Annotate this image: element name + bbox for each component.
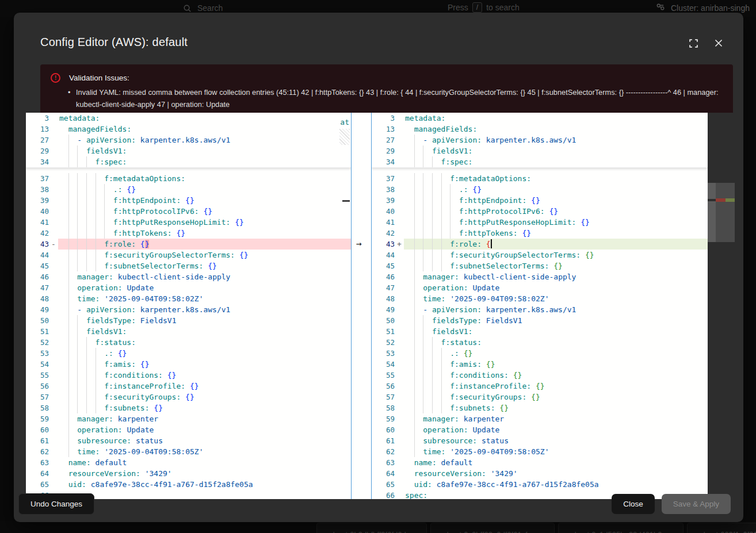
config-editor-modal: Config Editor (AWS): default ! Validatio… (14, 13, 743, 522)
fullscreen-button[interactable] (686, 36, 701, 51)
code-line[interactable]: 53.: {} (26, 348, 351, 359)
code-line[interactable]: 48time: '2025-09-04T09:58:02Z' (372, 293, 708, 304)
sticky-scroll-right[interactable]: 3metadata:13managedFields:27- apiVersion… (372, 113, 708, 168)
code-line[interactable]: 58f:subnets: {} (26, 402, 351, 413)
code-line[interactable]: 39f:httpEndpoint: {} (26, 195, 351, 206)
code-line[interactable]: 61subresource: status (372, 435, 708, 446)
code-line[interactable]: 59manager: karpenter (372, 413, 708, 424)
yaml-diff-editor: 3metadata:13managedFields:27- apiVersion… (26, 113, 735, 499)
code-line[interactable]: 42f:httpTokens: {} (26, 228, 351, 239)
collapsed-region-hatch[interactable] (339, 129, 350, 145)
error-icon: ! (51, 73, 60, 83)
code-line[interactable]: 41f:httpPutResponseHopLimit: {} (372, 217, 708, 228)
code-line[interactable]: 43-f:role: {} (26, 239, 351, 250)
overview-added-marker (726, 198, 735, 202)
code-line[interactable]: 40f:httpProtocolIPv6: {} (372, 206, 708, 217)
code-line[interactable]: 46manager: kubectl-client-side-apply (26, 271, 351, 282)
validation-banner: ! Validation Issues: • Invalid YAML: mis… (40, 64, 733, 117)
code-line[interactable]: 39f:httpEndpoint: {} (372, 195, 708, 206)
scrollbar-thumb[interactable] (708, 183, 716, 242)
code-line[interactable]: 43+f:role: { (372, 239, 708, 250)
overview-viewport-box[interactable] (716, 183, 735, 242)
overview-cursor-marker (342, 200, 350, 202)
modified-code[interactable]: 37f:metadataOptions:38.: {}39f:httpEndpo… (372, 173, 708, 499)
code-line[interactable]: 34f:spec: (26, 156, 351, 167)
code-line[interactable]: 13managedFields: (372, 124, 708, 135)
code-line[interactable]: 60operation: Update (372, 424, 708, 435)
code-line[interactable]: 37f:metadataOptions: (26, 173, 351, 184)
code-line[interactable]: 62time: '2025-09-04T09:58:05Z' (372, 446, 708, 457)
code-line[interactable]: 3metadata: (26, 113, 351, 124)
code-line[interactable]: 37f:metadataOptions: (372, 173, 708, 184)
code-line[interactable]: 45f:subnetSelectorTerms: {} (26, 260, 351, 271)
code-line[interactable]: 34f:spec: (372, 156, 708, 167)
code-line[interactable]: 38.: {} (26, 184, 351, 195)
code-line[interactable]: 59manager: karpenter (26, 413, 351, 424)
code-line[interactable]: 41f:httpPutResponseHopLimit: {} (26, 217, 351, 228)
code-line[interactable]: 64resourceVersion: '3429' (372, 468, 708, 479)
modal-title: Config Editor (AWS): default (40, 36, 188, 49)
code-line[interactable]: 47operation: Update (26, 282, 351, 293)
undo-changes-button[interactable]: Undo Changes (18, 493, 94, 515)
code-line[interactable]: 53.: {} (372, 348, 708, 359)
code-line[interactable]: 52f:status: (372, 337, 708, 348)
diff-modified-pane[interactable]: 3metadata:13managedFields:27- apiVersion… (372, 113, 708, 499)
original-code[interactable]: 37f:metadataOptions:38.: {}39f:httpEndpo… (26, 173, 351, 499)
code-line[interactable]: 61subresource: status (26, 435, 351, 446)
bullet-icon: • (68, 86, 70, 98)
diff-original-pane[interactable]: 3metadata:13managedFields:27- apiVersion… (26, 113, 351, 499)
code-line[interactable]: 60operation: Update (26, 424, 351, 435)
close-icon[interactable] (711, 36, 726, 51)
code-line[interactable]: 49- apiVersion: karpenter.k8s.aws/v1 (26, 304, 351, 315)
code-line[interactable]: 49- apiVersion: karpenter.k8s.aws/v1 (372, 304, 708, 315)
code-line[interactable]: 40f:httpProtocolIPv6: {} (26, 206, 351, 217)
code-line[interactable]: 55f:conditions: {} (372, 370, 708, 381)
code-line[interactable]: 27- apiVersion: karpenter.k8s.aws/v1 (372, 135, 708, 145)
code-line[interactable]: 38.: {} (372, 184, 708, 195)
diff-arrow-icon[interactable]: → (356, 238, 362, 249)
code-line[interactable]: 64resourceVersion: '3429' (26, 468, 351, 479)
overview-removed-marker (716, 198, 726, 202)
code-line[interactable]: 29fieldsV1: (26, 145, 351, 156)
modal-footer: Undo Changes Close Save & Apply (14, 489, 743, 522)
code-line[interactable]: 54f:amis: {} (372, 359, 708, 370)
code-line[interactable]: 50fieldsType: FieldsV1 (372, 315, 708, 326)
code-line[interactable]: 55f:conditions: {} (26, 370, 351, 381)
validation-message: • Invalid YAML: missed comma between flo… (76, 86, 723, 110)
code-line[interactable]: 57f:securityGroups: {} (372, 392, 708, 402)
save-apply-button[interactable]: Save & Apply (662, 494, 731, 514)
fold-region-label: at (340, 118, 349, 126)
code-line[interactable]: 3metadata: (372, 113, 708, 124)
diff-sash[interactable]: → (351, 113, 372, 499)
code-line[interactable]: 51fieldsV1: (372, 326, 708, 337)
code-line[interactable]: 51fieldsV1: (26, 326, 351, 337)
code-line[interactable]: 58f:subnets: {} (372, 402, 708, 413)
code-line[interactable]: 63name: default (26, 457, 351, 468)
code-line[interactable]: 13managedFields: (26, 124, 351, 135)
code-line[interactable]: 56f:instanceProfile: {} (26, 381, 351, 392)
code-line[interactable]: 27- apiVersion: karpenter.k8s.aws/v1 (26, 135, 351, 145)
code-line[interactable]: 57f:securityGroups: {} (26, 392, 351, 402)
code-line[interactable]: 47operation: Update (372, 282, 708, 293)
close-button[interactable]: Close (612, 494, 655, 514)
validation-message-text: Invalid YAML: missed comma between flow … (76, 88, 719, 109)
code-line[interactable]: 62time: '2025-09-04T09:58:05Z' (26, 446, 351, 457)
code-line[interactable]: 48time: '2025-09-04T09:58:02Z' (26, 293, 351, 304)
diff-overview-ruler[interactable] (708, 113, 735, 499)
validation-title: Validation Issues: (69, 74, 129, 82)
code-line[interactable]: 44f:securityGroupSelectorTerms: {} (26, 250, 351, 260)
code-line[interactable]: 44f:securityGroupSelectorTerms: {} (372, 250, 708, 260)
overview-cursor-marker (708, 199, 716, 201)
code-line[interactable]: 29fieldsV1: (372, 145, 708, 156)
code-line[interactable]: 42f:httpTokens: {} (372, 228, 708, 239)
code-line[interactable]: 50fieldsType: FieldsV1 (26, 315, 351, 326)
code-line[interactable]: 56f:instanceProfile: {} (372, 381, 708, 392)
code-line[interactable]: 63name: default (372, 457, 708, 468)
code-line[interactable]: 52f:status: (26, 337, 351, 348)
sticky-scroll-left[interactable]: 3metadata:13managedFields:27- apiVersion… (26, 113, 351, 168)
code-line[interactable]: 45f:subnetSelectorTerms: {} (372, 260, 708, 271)
code-line[interactable]: 46manager: kubectl-client-side-apply (372, 271, 708, 282)
code-line[interactable]: 54f:amis: {} (26, 359, 351, 370)
